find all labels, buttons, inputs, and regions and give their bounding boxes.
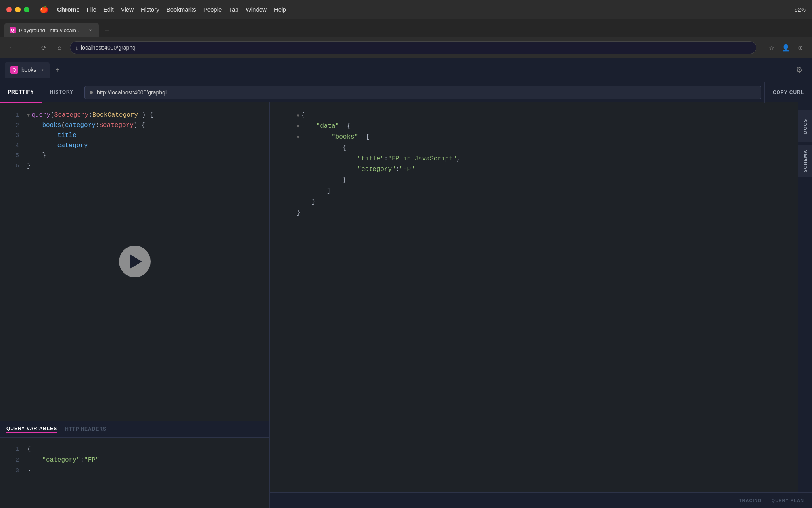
- code-content-4: category: [27, 141, 88, 151]
- resp-line-3: ▼ "books" : [: [270, 132, 812, 142]
- new-tab-button[interactable]: +: [101, 25, 113, 37]
- menubar-help[interactable]: Help: [274, 6, 286, 13]
- resp-val-title: "FP in JavaScript": [388, 154, 456, 164]
- line-num-4: 4: [8, 141, 19, 151]
- browser-tab[interactable]: Q Playground - http://localhost:400 ×: [4, 23, 99, 37]
- line-num-3: 3: [8, 131, 19, 140]
- resp-line-5: "title" : "FP in JavaScript" ,: [270, 154, 812, 164]
- tab-title: Playground - http://localhost:400: [19, 27, 84, 33]
- apple-menu[interactable]: 🍎: [40, 5, 48, 14]
- endpoint-input[interactable]: http://localhost:4000/graphql: [84, 86, 761, 99]
- home-button[interactable]: ⌂: [54, 42, 65, 53]
- query-plan-button[interactable]: QUERY PLAN: [771, 498, 804, 503]
- editor-area: 1 ▼ query ( $category : BookCategory !) …: [0, 102, 812, 508]
- add-tab-button[interactable]: +: [51, 64, 64, 76]
- address-security-icon: ℹ: [76, 45, 78, 51]
- fullscreen-traffic-light[interactable]: [24, 7, 29, 12]
- code-line-3: 3 title: [0, 131, 269, 141]
- playground-tab-books[interactable]: Q books ×: [5, 62, 50, 78]
- schema-tab-button[interactable]: SCHEMA: [798, 145, 812, 177]
- variable-category: $category: [54, 110, 88, 121]
- endpoint-status-dot: [90, 91, 93, 94]
- resp-line-8: ]: [270, 186, 812, 196]
- code-line-2: 2 books ( category : $category ) {: [0, 121, 269, 131]
- history-button[interactable]: HISTORY: [42, 82, 81, 103]
- var-line-1: 1 {: [0, 444, 269, 455]
- endpoint-input-wrap: http://localhost:4000/graphql: [84, 86, 761, 99]
- reload-button[interactable]: ⟳: [38, 42, 49, 53]
- tab-close-button[interactable]: ×: [87, 27, 94, 33]
- address-bar-row: ← → ⟳ ⌂ ℹ localhost:4000/graphql ☆ 👤 ⊕: [0, 37, 812, 58]
- address-url: localhost:4000/graphql: [81, 44, 137, 51]
- var-val-fp: "FP": [84, 455, 99, 466]
- docs-label: DOCS: [803, 119, 808, 134]
- bottom-bar: TRACING QUERY PLAN: [270, 492, 812, 508]
- docs-tab-button[interactable]: DOCS: [798, 110, 812, 142]
- menubar-edit[interactable]: Edit: [103, 6, 114, 13]
- playground-tabs: Q books × +: [0, 58, 790, 82]
- variables-tabs: QUERY VARIABLES HTTP HEADERS: [0, 421, 269, 438]
- code-content-1: ▼ query ( $category : BookCategory !) {: [27, 110, 153, 121]
- browser-chrome: Q Playground - http://localhost:400 × + …: [0, 19, 812, 58]
- menubar-file[interactable]: File: [87, 6, 96, 13]
- tab-q-icon: Q: [10, 66, 18, 74]
- resp-line-7: }: [270, 175, 812, 186]
- minimize-traffic-light[interactable]: [15, 7, 21, 12]
- menubar-chrome[interactable]: Chrome: [57, 6, 80, 13]
- resp-line-9: }: [270, 197, 812, 208]
- menubar-right: 92%: [795, 6, 806, 13]
- play-triangle-icon: [130, 254, 142, 269]
- toolbar-row: PRETTIFY HISTORY http://localhost:4000/g…: [0, 82, 812, 102]
- variables-editor[interactable]: 1 { 2 "category" : "FP": [0, 438, 269, 508]
- menubar-history[interactable]: History: [141, 6, 159, 13]
- menubar: 🍎 Chrome File Edit View History Bookmark…: [0, 0, 812, 19]
- back-button[interactable]: ←: [6, 42, 17, 53]
- line-num-6: 6: [8, 162, 19, 171]
- profile-button[interactable]: 👤: [780, 42, 791, 53]
- battery-status: 92%: [795, 6, 806, 13]
- tab-favicon: Q: [10, 27, 16, 33]
- resp-line-10: }: [270, 208, 812, 218]
- var-line-2: 2 "category" : "FP": [0, 455, 269, 466]
- address-bar[interactable]: ℹ localhost:4000/graphql: [70, 41, 756, 54]
- menubar-window[interactable]: Window: [246, 6, 267, 13]
- menubar-tab[interactable]: Tab: [229, 6, 238, 13]
- bookmark-button[interactable]: ☆: [766, 42, 777, 53]
- query-variables-tab[interactable]: QUERY VARIABLES: [6, 426, 57, 433]
- playground-tab-label: books: [21, 67, 36, 73]
- menubar-people[interactable]: People: [203, 6, 222, 13]
- play-button[interactable]: [119, 246, 151, 277]
- keyword-query: query: [31, 110, 50, 121]
- prettify-button[interactable]: PRETTIFY: [0, 82, 42, 103]
- settings-button[interactable]: ⚙: [790, 60, 809, 79]
- var-key-category: "category": [42, 455, 80, 466]
- collapse-icon-1: ▼: [27, 112, 30, 119]
- menubar-view[interactable]: View: [121, 6, 134, 13]
- tracing-button[interactable]: TRACING: [739, 498, 762, 503]
- code-line-4: 4 category: [0, 141, 269, 151]
- field-title: title: [57, 131, 77, 141]
- resp-line-4: {: [270, 143, 812, 154]
- sidebar-tabs: DOCS SCHEMA: [798, 102, 812, 492]
- resp-key-books: "books": [331, 132, 358, 142]
- playground-tab-close[interactable]: ×: [41, 67, 44, 73]
- menubar-bookmarks[interactable]: Bookmarks: [167, 6, 196, 13]
- forward-button[interactable]: →: [22, 42, 33, 53]
- http-headers-tab[interactable]: HTTP HEADERS: [65, 426, 107, 433]
- variables-panel: QUERY VARIABLES HTTP HEADERS 1 { 2: [0, 421, 269, 508]
- resp-key-title: "title": [358, 154, 384, 164]
- resp-key-data: "data": [316, 121, 339, 132]
- field-category-select: category: [57, 141, 88, 151]
- response-area: ▼ { ▼ "data" : {: [270, 102, 812, 492]
- close-traffic-light[interactable]: [6, 7, 12, 12]
- line-num-5: 5: [8, 151, 19, 161]
- copy-curl-button[interactable]: COPY CURL: [764, 82, 812, 103]
- var-line-num-3: 3: [8, 466, 19, 476]
- left-panel: 1 ▼ query ( $category : BookCategory !) …: [0, 102, 270, 508]
- code-content-5: }: [27, 151, 46, 161]
- extension-button[interactable]: ⊕: [795, 42, 806, 53]
- tab-bar: Q Playground - http://localhost:400 × +: [0, 19, 812, 37]
- field-books: books: [42, 121, 61, 131]
- code-content-3: title: [27, 131, 77, 141]
- query-editor[interactable]: 1 ▼ query ( $category : BookCategory !) …: [0, 102, 269, 421]
